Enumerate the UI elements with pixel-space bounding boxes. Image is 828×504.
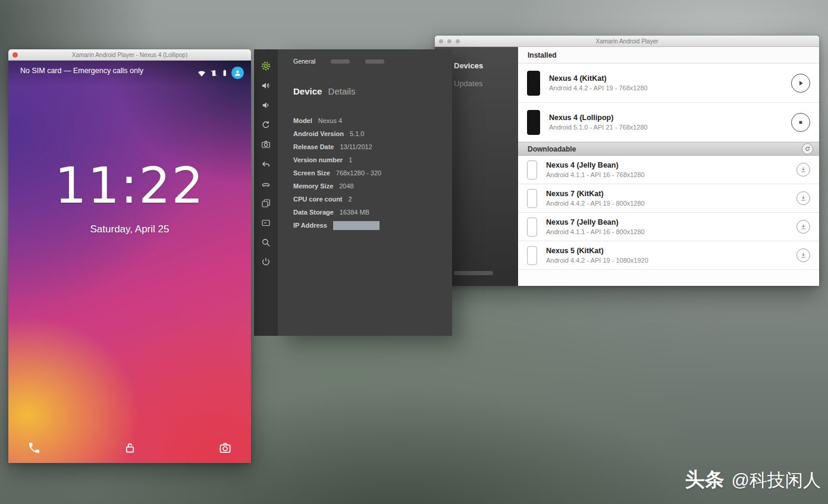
device-list: Installed Nexus 4 (KitKat) Android 4.4.2…	[518, 47, 819, 286]
field-label: Version number	[293, 156, 343, 163]
field-label: Model	[293, 117, 312, 124]
recent-apps-icon	[261, 198, 271, 209]
device-spec: Android 4.4.2 - API 19 - 768x1280	[549, 84, 648, 92]
downloadable-device-row[interactable]: Nexus 7 (Jelly Bean) Android 4.1.1 - API…	[518, 213, 819, 241]
no-sim-icon	[209, 69, 218, 77]
download-button[interactable]	[796, 191, 810, 205]
device-fields: Model Nexus 4 Android Version 5.1.0 Rele…	[293, 114, 452, 232]
phone-device-icon	[527, 246, 537, 265]
tab-unreadable[interactable]	[331, 59, 350, 64]
emulator-toolbar	[254, 49, 278, 336]
player-titlebar[interactable]: Xamarin Android Player	[435, 36, 819, 47]
panel-heading: Device Details	[293, 86, 452, 96]
heading-device: Device	[293, 86, 322, 96]
device-name: Nexus 7 (KitKat)	[546, 190, 645, 198]
phone-call-icon[interactable]	[27, 441, 41, 455]
android-lock-screen[interactable]: No SIM card — Emergency calls only	[8, 61, 251, 463]
home-button[interactable]	[260, 178, 272, 190]
lock-clock: 11:22	[8, 160, 251, 210]
downloadable-device-row[interactable]: Nexus 4 (Jelly Bean) Android 4.1.1 - API…	[518, 156, 819, 184]
lock-clock-block: 11:22 Saturday, April 25	[8, 160, 251, 235]
installed-device-row[interactable]: Nexus 4 (KitKat) Android 4.4.2 - API 19 …	[518, 64, 819, 103]
stop-button[interactable]	[791, 113, 810, 132]
lock-actions	[27, 441, 232, 455]
ip-address-value[interactable]	[333, 221, 380, 230]
device-name: Nexus 7 (Jelly Bean)	[546, 218, 645, 226]
play-button[interactable]	[791, 74, 810, 93]
device-spec: Android 4.4.2 - API 19 - 1080x1920	[546, 257, 648, 264]
volume-up-button[interactable]	[260, 80, 272, 92]
lock-icon[interactable]	[123, 441, 137, 455]
tab-general[interactable]: General	[293, 58, 315, 65]
field-label: Data Storage	[293, 209, 334, 216]
field-release-date: Release Date 13/11/2012	[293, 140, 452, 153]
user-avatar[interactable]	[231, 67, 244, 79]
field-android-version: Android Version 5.1.0	[293, 127, 452, 140]
power-button[interactable]	[260, 256, 272, 268]
field-value: 2	[349, 196, 352, 203]
sim-card-icon	[261, 218, 271, 228]
field-label: Screen Size	[293, 169, 330, 177]
settings-tabs: General	[293, 56, 452, 66]
field-label: Memory Size	[293, 182, 333, 190]
refresh-button[interactable]	[802, 143, 813, 155]
stop-icon	[796, 118, 805, 127]
download-icon	[799, 194, 807, 202]
device-name: Nexus 4 (KitKat)	[549, 74, 648, 83]
device-spec: Android 5.1.0 - API 21 - 768x1280	[549, 124, 648, 131]
installed-device-row[interactable]: Nexus 4 (Lollipop) Android 5.1.0 - API 2…	[518, 103, 819, 142]
screenshot-button[interactable]	[260, 138, 272, 150]
sim-card-button[interactable]	[260, 217, 272, 229]
field-screen-size: Screen Size 768x1280 - 320	[293, 166, 452, 179]
rotate-button[interactable]	[260, 119, 272, 131]
field-value: 1	[349, 156, 352, 163]
field-value: 16384 MB	[340, 209, 369, 216]
battery-icon	[221, 68, 228, 77]
download-button[interactable]	[796, 163, 810, 177]
downloadable-title: Downloadable	[528, 145, 576, 153]
downloadable-device-row[interactable]: Nexus 5 (KitKat) Android 4.4.2 - API 19 …	[518, 241, 819, 270]
device-spec: Android 4.4.2 - API 19 - 800x1280	[546, 200, 645, 207]
person-icon	[234, 69, 242, 77]
status-bar: No SIM card — Emergency calls only	[8, 61, 251, 86]
play-icon	[796, 78, 805, 88]
volume-down-icon	[261, 100, 271, 111]
volume-down-button[interactable]	[260, 99, 272, 111]
camera-shortcut-icon[interactable]	[218, 441, 232, 455]
download-button[interactable]	[796, 220, 810, 234]
player-manager-window: Xamarin Android Player Devices Updates I…	[435, 36, 819, 286]
search-icon	[261, 237, 271, 248]
power-icon	[261, 257, 271, 267]
heading-details: Details	[328, 86, 356, 96]
download-icon	[799, 223, 807, 231]
wifi-icon	[197, 68, 206, 78]
downloadable-section-header: Downloadable	[518, 142, 819, 156]
back-arrow-icon	[261, 159, 271, 169]
back-button[interactable]	[260, 158, 272, 170]
device-name: Nexus 5 (KitKat)	[546, 247, 648, 255]
field-cpu-core-count: CPU core count 2	[293, 193, 452, 206]
installed-section-header: Installed	[518, 47, 819, 64]
field-value: 768x1280 - 320	[336, 169, 381, 177]
phone-device-icon	[527, 218, 537, 237]
phone-window-title: Xamarin Android Player - Nexus 4 (Lollip…	[8, 52, 251, 58]
lock-date: Saturday, April 25	[8, 223, 251, 235]
tab-unreadable[interactable]	[365, 59, 384, 64]
refresh-icon	[804, 146, 811, 152]
camera-icon	[261, 139, 271, 150]
phone-titlebar[interactable]: Xamarin Android Player - Nexus 4 (Lollip…	[8, 49, 251, 61]
field-model: Model Nexus 4	[293, 114, 452, 127]
field-value: 5.1.0	[350, 130, 364, 137]
phone-device-icon	[527, 110, 540, 135]
downloadable-device-row[interactable]: Nexus 7 (KitKat) Android 4.4.2 - API 19 …	[518, 184, 819, 213]
phone-emulator-window: Xamarin Android Player - Nexus 4 (Lollip…	[8, 49, 251, 463]
device-settings-panel: General Device Details Model Nexus 4 And…	[278, 49, 452, 336]
settings-button[interactable]	[260, 60, 272, 72]
player-window-title: Xamarin Android Player	[435, 38, 819, 45]
download-icon	[799, 166, 807, 174]
field-label: CPU core count	[293, 196, 343, 203]
search-button[interactable]	[260, 237, 272, 248]
recent-apps-button[interactable]	[260, 197, 272, 209]
field-value: 13/11/2012	[340, 143, 372, 150]
download-button[interactable]	[796, 248, 810, 262]
